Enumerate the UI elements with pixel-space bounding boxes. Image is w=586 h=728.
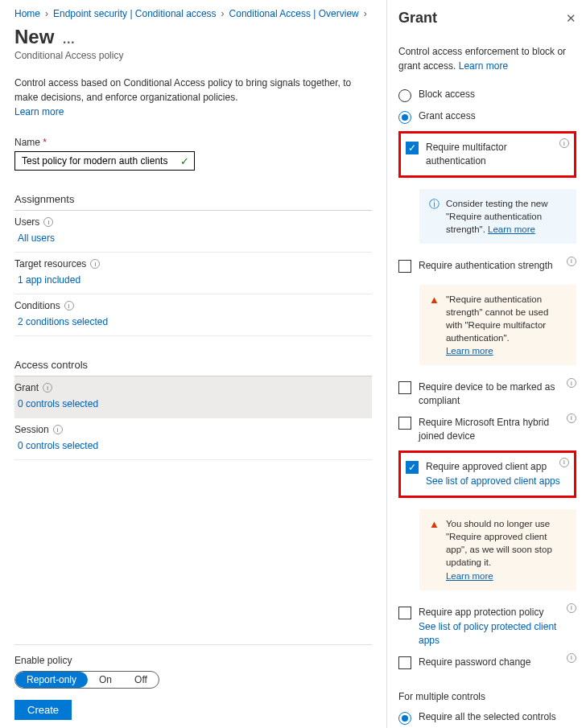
info-strength-tip: ⓘ Consider testing the new "Require auth… [419,189,576,244]
chevron-right-icon: › [221,8,225,19]
require-compliant-checkbox[interactable]: Require device to be marked as compliant… [398,376,576,412]
chevron-right-icon: › [45,8,48,19]
target-label: Target resources [14,258,86,269]
name-label: Name * [14,137,372,148]
enable-policy-toggle[interactable]: Report-only On Off [14,671,159,689]
require-strength-checkbox[interactable]: Require authentication strength i [398,255,576,277]
conditions-row[interactable]: Conditions i 2 conditions selected [14,294,372,336]
intro-copy: Control access based on Conditional Acce… [14,77,351,103]
close-icon[interactable]: ✕ [566,11,576,26]
toggle-report-only[interactable]: Report-only [15,672,88,688]
require-app-protection-checkbox[interactable]: Require app protection policy See list o… [398,602,576,652]
info-icon: ⓘ [429,197,440,236]
learn-more-link[interactable]: Learn more [488,224,535,234]
checkbox-icon[interactable] [398,260,411,273]
info-icon[interactable]: i [567,413,576,423]
info-icon[interactable]: i [90,259,100,269]
grant-value-link[interactable]: 0 controls selected [14,393,372,416]
info-icon[interactable]: i [559,138,569,148]
checkbox-icon[interactable] [398,656,411,669]
enable-policy-label: Enable policy [14,655,372,666]
warn-strength: ▲ "Require authentication strength" cann… [419,285,576,365]
info-icon[interactable]: i [567,603,576,613]
users-label: Users [14,216,39,228]
toggle-on[interactable]: On [88,672,123,688]
radio-icon[interactable] [398,111,411,124]
checkbox-icon[interactable] [398,381,411,394]
info-icon[interactable]: i [559,458,569,467]
toggle-off[interactable]: Off [123,672,159,688]
learn-more-link[interactable]: Learn more [446,571,493,581]
target-row[interactable]: Target resources i 1 app included [14,253,372,294]
radio-icon[interactable] [398,712,411,725]
grant-blade: Grant ✕ Control access enforcement to bl… [386,0,586,728]
warning-icon: ▲ [429,293,440,357]
checkbox-icon[interactable] [398,417,411,430]
users-value-link[interactable]: All users [14,228,372,250]
grant-label: Grant [14,382,39,393]
left-footer: Enable policy Report-only On Off Create [14,644,372,720]
intro-text: Control access based on Conditional Acce… [14,76,372,119]
grant-access-radio[interactable]: Grant access [398,106,576,128]
info-icon[interactable]: i [64,301,74,311]
warn-approved-app: ▲ You should no longer use "Require appr… [419,509,576,590]
conditions-label: Conditions [14,300,60,311]
more-icon[interactable]: … [62,32,75,47]
create-button[interactable]: Create [14,700,72,720]
info-icon[interactable]: i [567,257,576,266]
check-icon: ✓ [180,155,189,167]
require-all-radio[interactable]: Require all the selected controls [398,707,576,728]
page-title: New … [14,26,372,48]
learn-more-link[interactable]: Learn more [446,346,493,356]
grant-row[interactable]: Grant i 0 controls selected [14,376,372,418]
checkbox-icon[interactable] [398,607,411,619]
conditions-value-link[interactable]: 2 conditions selected [14,311,372,334]
chevron-right-icon: › [364,8,367,19]
name-input-wrap[interactable]: ✓ [14,151,195,171]
protected-apps-link[interactable]: See list of policy protected client apps [419,620,576,648]
breadcrumb: Home › Endpoint security | Conditional a… [14,8,372,19]
session-value-link[interactable]: 0 controls selected [14,435,372,458]
info-icon[interactable]: i [43,217,53,227]
checkbox-icon[interactable]: ✓ [406,142,419,154]
page-title-text: New [14,26,54,48]
radio-icon[interactable] [398,89,411,102]
require-approved-app-checkbox[interactable]: ✓ Require approved client app See list o… [406,456,569,493]
name-input[interactable] [20,154,180,167]
breadcrumb-endpoint[interactable]: Endpoint security | Conditional access [53,8,217,19]
highlight-mfa: ✓ Require multifactor authentication i [398,131,576,178]
info-icon[interactable]: i [43,383,52,393]
info-icon[interactable]: i [53,425,63,434]
blade-learn-more-link[interactable]: Learn more [459,60,508,72]
blade-description: Control access enforcement to block or g… [398,44,576,73]
require-password-change-checkbox[interactable]: Require password change i [398,652,576,673]
breadcrumb-ca[interactable]: Conditional Access | Overview [229,8,359,19]
info-icon[interactable]: i [567,653,576,663]
require-mfa-checkbox[interactable]: ✓ Require multifactor authentication i [406,137,569,172]
require-hybrid-checkbox[interactable]: Require Microsoft Entra hybrid joined de… [398,412,576,447]
blade-title: Grant [398,10,437,27]
session-label: Session [14,424,49,435]
warning-icon: ▲ [429,517,440,582]
breadcrumb-home[interactable]: Home [14,8,40,19]
session-row[interactable]: Session i 0 controls selected [14,418,372,460]
access-heading: Access controls [14,359,372,376]
target-value-link[interactable]: 1 app included [14,269,372,292]
learn-more-link[interactable]: Learn more [14,106,64,117]
checkbox-icon[interactable]: ✓ [406,461,419,474]
main-panel: Home › Endpoint security | Conditional a… [0,0,386,728]
users-row[interactable]: Users i All users [14,211,372,253]
assignments-heading: Assignments [14,193,372,211]
page-subtitle: Conditional Access policy [14,50,372,61]
highlight-approved-app: ✓ Require approved client app See list o… [398,450,576,499]
approved-apps-link[interactable]: See list of approved client apps [426,475,569,488]
multi-controls-heading: For multiple controls [398,691,576,702]
block-access-radio[interactable]: Block access [398,84,576,106]
